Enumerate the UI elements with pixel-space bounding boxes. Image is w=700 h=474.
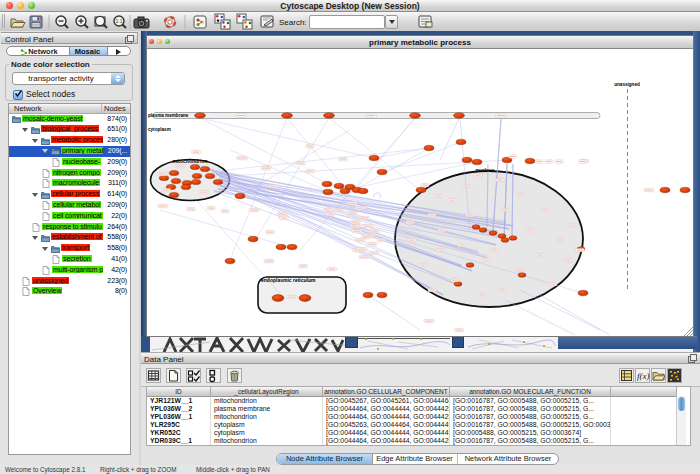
svg-text:unassigned: unassigned [614,82,640,87]
svg-text:cytoplasm: cytoplasm [148,127,171,132]
svg-text:nucleus: nucleus [476,167,495,173]
svg-text:endoplasmic reticulum: endoplasmic reticulum [261,277,316,283]
svg-text:mitochondrion: mitochondrion [173,158,208,164]
svg-text:1:1: 1:1 [116,18,123,24]
svg-text:plasma membrane: plasma membrane [148,113,189,118]
svg-text:f(x): f(x) [637,371,650,381]
